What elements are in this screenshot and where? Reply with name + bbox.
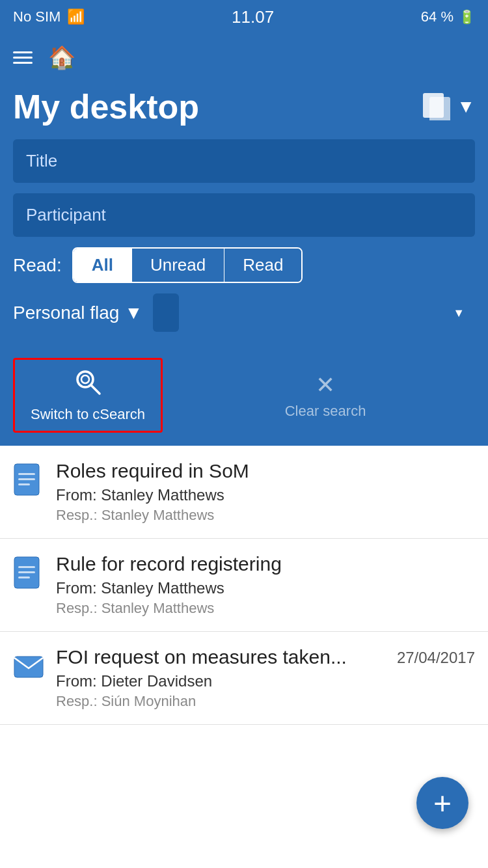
- svg-rect-13: [14, 657, 43, 677]
- switch-csearch-button[interactable]: Switch to cSearch: [13, 358, 163, 433]
- svg-rect-1: [429, 97, 450, 120]
- time-label: 11.07: [232, 7, 274, 27]
- item-title: Roles required in SoM: [56, 460, 475, 482]
- read-option-all[interactable]: All: [74, 249, 132, 282]
- item-from: From: Stanley Matthews: [56, 579, 475, 597]
- personal-flag-label: Personal flag ▼: [13, 303, 142, 323]
- document-icon: [13, 463, 44, 496]
- item-content: FOI request on measures taken... 27/04/2…: [56, 646, 475, 710]
- read-label: Read:: [13, 255, 62, 276]
- nav-bar: 🏠: [0, 34, 488, 81]
- item-content: Roles required in SoM From: Stanley Matt…: [56, 460, 475, 524]
- clear-icon: ✕: [316, 372, 335, 399]
- read-option-unread[interactable]: Unread: [132, 249, 224, 282]
- list-item[interactable]: Roles required in SoM From: Stanley Matt…: [0, 446, 488, 539]
- svg-rect-7: [18, 478, 35, 480]
- status-bar: No SIM 📶 11.07 64 % 🔋: [0, 0, 488, 34]
- filter-panel: Read: All Unread Read Personal flag ▼: [0, 139, 488, 358]
- list-item[interactable]: Rule for record registering From: Stanle…: [0, 539, 488, 632]
- title-input[interactable]: [13, 139, 475, 183]
- item-title: Rule for record registering: [56, 553, 475, 575]
- svg-line-3: [91, 385, 100, 394]
- svg-rect-6: [18, 473, 35, 475]
- read-option-read[interactable]: Read: [224, 249, 301, 282]
- read-toggle-group: All Unread Read: [72, 247, 303, 283]
- personal-flag-row: Personal flag ▼: [13, 293, 475, 332]
- item-from: From: Stanley Matthews: [56, 486, 475, 504]
- svg-rect-12: [18, 576, 30, 578]
- document-filter-icon[interactable]: ▼: [423, 93, 475, 120]
- item-resp: Resp.: Stanley Matthews: [56, 507, 475, 524]
- home-icon[interactable]: 🏠: [48, 44, 75, 70]
- svg-rect-10: [18, 566, 35, 568]
- hamburger-menu[interactable]: [13, 51, 33, 64]
- header: My desktop ▼: [0, 81, 488, 139]
- personal-flag-chevron: ▼: [124, 303, 142, 323]
- item-content: Rule for record registering From: Stanle…: [56, 553, 475, 617]
- personal-flag-select-wrapper: [153, 293, 475, 332]
- add-fab-button[interactable]: +: [416, 777, 468, 829]
- status-left: No SIM 📶: [13, 8, 85, 25]
- list-item[interactable]: FOI request on measures taken... 27/04/2…: [0, 632, 488, 725]
- item-date: 27/04/2017: [397, 646, 475, 667]
- svg-point-4: [81, 375, 89, 383]
- item-resp: Resp.: Siún Moynihan: [56, 693, 475, 710]
- status-right: 64 % 🔋: [421, 8, 475, 25]
- action-bar: Switch to cSearch ✕ Clear search: [0, 358, 488, 446]
- personal-flag-select[interactable]: [153, 293, 179, 332]
- item-resp: Resp.: Stanley Matthews: [56, 600, 475, 617]
- csearch-icon: [74, 368, 102, 402]
- item-from: From: Dieter Davidsen: [56, 672, 475, 690]
- document-icon: [13, 556, 44, 590]
- battery-icon: 🔋: [459, 9, 475, 25]
- read-filter-row: Read: All Unread Read: [13, 247, 475, 283]
- mail-icon: [13, 649, 44, 683]
- svg-rect-11: [18, 571, 35, 573]
- page-title: My desktop: [13, 87, 199, 126]
- list-container: Roles required in SoM From: Stanley Matt…: [0, 446, 488, 725]
- clear-search-button[interactable]: ✕ Clear search: [176, 372, 475, 420]
- wifi-icon: 📶: [67, 8, 85, 25]
- participant-input[interactable]: [13, 193, 475, 237]
- svg-rect-8: [18, 483, 30, 485]
- dropdown-arrow-icon: ▼: [457, 96, 475, 117]
- item-title: FOI request on measures taken... 27/04/2…: [56, 646, 475, 668]
- battery-label: 64 %: [421, 8, 454, 25]
- carrier-label: No SIM: [13, 8, 61, 25]
